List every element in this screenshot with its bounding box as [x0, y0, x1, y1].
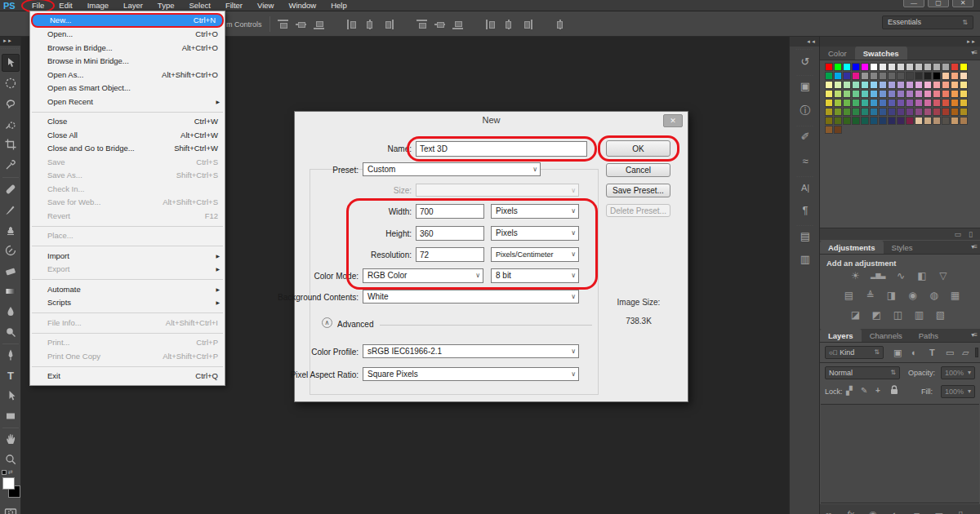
color-swatch[interactable]: [843, 108, 851, 116]
gradient-map-icon[interactable]: ▥: [913, 309, 925, 321]
vibrance-icon[interactable]: ▽: [937, 270, 949, 281]
color-swatch[interactable]: [897, 81, 905, 89]
menu-file[interactable]: File: [24, 0, 51, 11]
bit-depth-dropdown[interactable]: 8 bit∨: [491, 268, 579, 283]
advanced-collapse-icon[interactable]: ∧: [322, 317, 332, 328]
filter-pixel-layers-icon[interactable]: ▣: [893, 348, 902, 358]
file-menu-item-close-all[interactable]: Close AllAlt+Ctrl+W: [30, 129, 225, 143]
color-swatch[interactable]: [906, 81, 914, 89]
clone-stamp-tool[interactable]: [2, 221, 20, 239]
color-swatch[interactable]: [879, 117, 887, 125]
file-menu-item-exit[interactable]: ExitCtrl+Q: [30, 370, 225, 383]
color-swatch[interactable]: [879, 108, 887, 116]
exposure-icon[interactable]: ◧: [915, 270, 928, 281]
layer-filtering-toggle[interactable]: [975, 348, 978, 357]
ok-button[interactable]: OK: [606, 140, 670, 157]
lock-transparent-pixels-icon[interactable]: ▞: [846, 386, 853, 395]
color-swatch[interactable]: [870, 72, 878, 80]
color-swatch[interactable]: [915, 72, 923, 80]
panel-menu-icon[interactable]: ▾≡: [971, 331, 977, 339]
brush-tool[interactable]: [2, 201, 20, 219]
color-swatch[interactable]: [924, 108, 932, 116]
color-swatch[interactable]: [915, 99, 923, 107]
file-menu-item-close[interactable]: CloseCtrl+W: [30, 115, 225, 129]
pen-tool[interactable]: [2, 346, 20, 364]
color-swatch[interactable]: [951, 81, 959, 89]
color-swatch[interactable]: [861, 108, 869, 116]
color-swatch[interactable]: [960, 90, 968, 98]
filter-adjustment-layers-icon[interactable]: ◐: [911, 348, 917, 357]
align-bottom-edges-icon[interactable]: [314, 20, 324, 29]
menu-select[interactable]: Select: [181, 0, 217, 11]
color-swatch[interactable]: [825, 90, 833, 98]
color-swatch[interactable]: [897, 72, 905, 80]
blend-mode-dropdown[interactable]: Normal ⇅: [825, 366, 900, 379]
color-swatch[interactable]: [942, 63, 950, 71]
color-swatch[interactable]: [933, 63, 941, 71]
color-swatch[interactable]: [888, 99, 896, 107]
color-swatch[interactable]: [825, 72, 833, 80]
delete-layer-icon[interactable]: ▯: [958, 509, 963, 514]
menu-type[interactable]: Type: [150, 0, 182, 11]
height-unit-dropdown[interactable]: Pixels∨: [491, 226, 579, 241]
color-swatch[interactable]: [870, 99, 878, 107]
quick-selection-tool[interactable]: [2, 115, 20, 133]
color-swatch[interactable]: [843, 90, 851, 98]
opacity-dropdown[interactable]: 100% ▾: [941, 366, 975, 379]
selective-color-icon[interactable]: ▧: [934, 309, 947, 321]
distribute-bottom-edges-icon[interactable]: [452, 20, 463, 29]
color-swatch[interactable]: [870, 63, 878, 71]
invert-icon[interactable]: ◪: [849, 309, 862, 321]
lasso-tool[interactable]: [2, 95, 20, 113]
menu-view[interactable]: View: [250, 0, 281, 11]
add-layer-mask-icon[interactable]: ◉: [869, 509, 877, 514]
filter-type-layers-icon[interactable]: T: [929, 348, 935, 357]
color-swatch[interactable]: [951, 99, 959, 107]
color-swatch[interactable]: [852, 108, 860, 116]
color-swatch[interactable]: [870, 81, 878, 89]
rectangle-shape-tool[interactable]: [2, 407, 20, 425]
color-swatch[interactable]: [834, 72, 842, 80]
color-swatch[interactable]: [933, 81, 941, 89]
color-swatch[interactable]: [933, 117, 941, 125]
color-swatch[interactable]: [870, 90, 878, 98]
crop-tool[interactable]: [2, 135, 20, 153]
posterize-icon[interactable]: ◩: [871, 309, 883, 321]
color-swatch[interactable]: [861, 72, 869, 80]
type-tool[interactable]: T: [2, 366, 20, 384]
color-swatch[interactable]: [933, 90, 941, 98]
history-brush-tool[interactable]: [2, 241, 20, 259]
fill-dropdown[interactable]: 100% ▾: [941, 385, 975, 398]
default-colors-icon[interactable]: [2, 470, 7, 475]
color-swatch[interactable]: [843, 81, 851, 89]
preset-dropdown[interactable]: Custom∨: [363, 162, 541, 176]
brightness-contrast-icon[interactable]: ☀: [849, 270, 862, 281]
panel-menu-icon[interactable]: ▾≡: [971, 49, 977, 56]
color-lookup-icon[interactable]: ▦: [949, 290, 961, 301]
color-swatch[interactable]: [852, 90, 860, 98]
file-menu-item-scripts[interactable]: Scripts▶: [30, 296, 225, 310]
new-layer-icon[interactable]: ▭: [934, 509, 942, 514]
color-swatch[interactable]: [834, 63, 842, 71]
distribute-right-edges-icon[interactable]: [522, 20, 532, 29]
color-swatch[interactable]: [942, 90, 950, 98]
color-swatch[interactable]: [960, 117, 968, 125]
threshold-icon[interactable]: ◫: [892, 309, 904, 321]
dialog-close-button[interactable]: ✕: [663, 114, 683, 127]
color-swatch[interactable]: [960, 63, 968, 71]
tab-paths[interactable]: Paths: [911, 329, 947, 342]
color-swatch[interactable]: [915, 63, 923, 71]
hue-saturation-icon[interactable]: ▤: [843, 290, 855, 301]
path-selection-tool[interactable]: [2, 387, 20, 405]
tab-swatches[interactable]: Swatches: [855, 47, 907, 60]
cancel-button[interactable]: Cancel: [606, 163, 670, 177]
color-swatch[interactable]: [888, 63, 896, 71]
color-swatch[interactable]: [924, 72, 932, 80]
color-swatch[interactable]: [942, 81, 950, 89]
color-swatch[interactable]: [906, 72, 914, 80]
link-layers-icon[interactable]: ∞: [826, 509, 832, 514]
color-swatch[interactable]: [924, 99, 932, 107]
tab-color[interactable]: Color: [820, 47, 855, 60]
align-vertical-centers-icon[interactable]: [296, 20, 306, 29]
file-menu-item-close-and-go-to-bridge[interactable]: Close and Go to Bridge...Shift+Ctrl+W: [30, 142, 225, 156]
